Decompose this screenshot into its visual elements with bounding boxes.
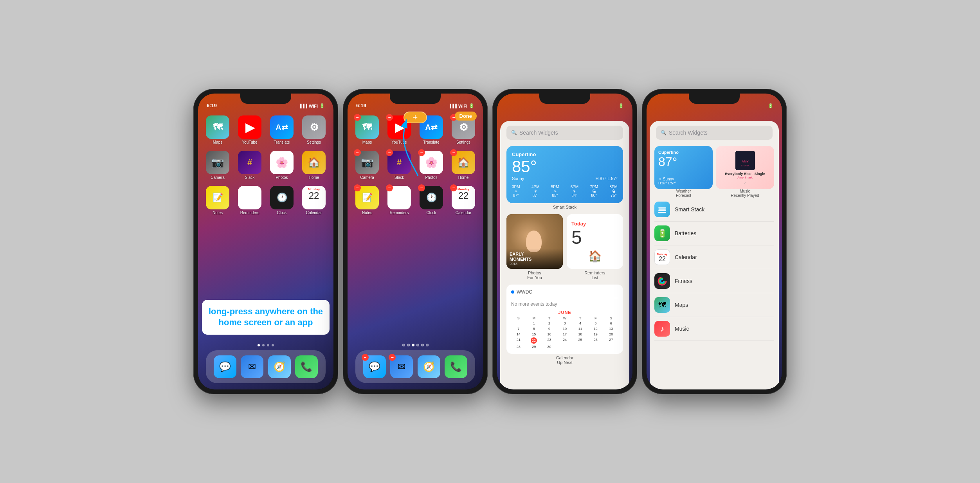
smart-stack-widget[interactable]: Cupertino 85° Sunny H:87° L:57° 3PM ☀: [506, 146, 623, 209]
app2-slack[interactable]: − # Slack: [384, 151, 414, 180]
weather-hour-4: 6PM ☀ 84°: [571, 185, 579, 198]
dock-phone[interactable]: 📞: [295, 355, 318, 378]
dock-messages[interactable]: 💬: [214, 355, 236, 378]
calendar-widget-3[interactable]: WWDC No more events today JUNE S M: [506, 285, 623, 354]
maps-icon: 🗺: [206, 115, 229, 139]
search-bar-3[interactable]: 🔍 Search Widgets: [506, 126, 623, 140]
battery-icon-4: 🔋: [768, 103, 773, 108]
music-list-icon: ♪: [654, 321, 670, 337]
app2-clock[interactable]: − 🕐 Clock: [416, 186, 446, 215]
svg-rect-8: [658, 209, 666, 211]
widget-list-4[interactable]: Smart Stack 🔋 Batteries Monday 22 Calend…: [650, 198, 779, 389]
slack-label-2: Slack: [395, 175, 404, 180]
search-icon-3: 🔍: [511, 130, 517, 135]
instruction-box: long-press anywhere on the home screen o…: [202, 300, 330, 335]
fitness-name: Fitness: [675, 278, 692, 284]
app-translate[interactable]: A⇄ Translate: [267, 115, 297, 144]
app-youtube[interactable]: ▶ YouTube: [235, 115, 265, 144]
app2-reminders[interactable]: − ☑ Reminders: [384, 186, 414, 215]
music-widget-sm[interactable]: AMY SHARK Everybody Rise - Single Amy Sh…: [716, 146, 774, 189]
app-home[interactable]: 🏠 Home: [299, 151, 329, 180]
clock-label: Clock: [277, 211, 286, 215]
minus-badge-ph[interactable]: −: [418, 149, 425, 156]
minus-badge-ca[interactable]: −: [450, 184, 457, 191]
weather-high-3: H:87° L:57°: [596, 176, 618, 181]
app2-camera[interactable]: − 📷 Camera: [352, 151, 382, 180]
battery-icon-1: 🔋: [319, 103, 325, 108]
app2-calendar[interactable]: − Monday 22 Calendar: [449, 186, 478, 215]
app-slack[interactable]: # Slack: [235, 151, 265, 180]
fitness-rings-svg: [657, 276, 668, 287]
search-placeholder-4: Search Widgets: [669, 130, 708, 136]
minus-badge-msg[interactable]: −: [362, 354, 369, 361]
plus-icon: +: [413, 112, 418, 123]
dock-safari-2[interactable]: 🧭: [418, 355, 440, 378]
instruction-text: long-press anywhere on the home screen o…: [208, 306, 323, 328]
cal-mini-3: JUNE S M T W T F S: [511, 310, 618, 349]
done-button[interactable]: Done: [455, 112, 477, 121]
photos-reminders-row: EARLYMOMENTS 2018 Photos For You: [506, 214, 623, 280]
app-clock[interactable]: 🕐 Clock: [267, 186, 297, 215]
app2-home[interactable]: − 🏠 Home: [449, 151, 478, 180]
dock-mail[interactable]: ✉: [241, 355, 263, 378]
weather-sm-high: H:87° L:57°: [658, 181, 709, 185]
minus-badge-hm[interactable]: −: [450, 149, 457, 156]
widget-panel-4: 🔍 Search Widgets Cupertino 87° ☀ Sunny H…: [650, 121, 779, 389]
plus-button[interactable]: +: [404, 112, 427, 123]
battery-icon-2: 🔋: [469, 103, 474, 108]
app-grid-2: − 🗺 Maps − ▶ YouTube −: [348, 111, 483, 215]
wh-time-4: 6PM: [571, 185, 579, 189]
status-time-1: 6:19: [207, 103, 217, 108]
widget-list-fitness[interactable]: Fitness: [654, 269, 774, 293]
notes-icon: 📝: [206, 186, 229, 209]
weather-desc-3: Sunny H:87° L:57°: [512, 176, 618, 181]
weather-hour-5: 7PM 🌤 80°: [590, 185, 598, 198]
reminders-widget-3[interactable]: Today 5 🏠: [567, 214, 623, 269]
widget-list-batteries[interactable]: 🔋 Batteries: [654, 222, 774, 245]
cal-grid-3: S M T W T F S 1 2 3: [511, 316, 618, 349]
minus-badge-sl[interactable]: −: [386, 149, 393, 156]
photos-label: Photos: [276, 175, 288, 180]
minus-badge-cam[interactable]: −: [354, 149, 361, 156]
minus-badge-re[interactable]: −: [386, 184, 393, 191]
calendar-label-2: Calendar: [456, 211, 472, 215]
dock-safari[interactable]: 🧭: [268, 355, 291, 378]
weather-widget-sm[interactable]: Cupertino 87° ☀ Sunny H:87° L:57°: [654, 146, 713, 189]
early-moments-year: 2018: [510, 262, 560, 266]
youtube-label-2: YouTube: [391, 140, 407, 144]
translate-icon: A⇄: [270, 115, 294, 139]
minus-badge-yt[interactable]: −: [386, 114, 393, 121]
widget-list-music[interactable]: ♪ Music: [654, 317, 774, 341]
dock-phone-2[interactable]: 📞: [445, 355, 467, 378]
calendar-widget-wrap: WWDC No more events today JUNE S M: [506, 285, 623, 365]
app2-photos[interactable]: − 🌸 Photos: [416, 151, 446, 180]
app2-notes[interactable]: − 📝 Notes: [352, 186, 382, 215]
photos-widget-3[interactable]: EARLYMOMENTS 2018: [506, 214, 563, 269]
dock-2: − 💬 − ✉ 🧭 📞: [355, 350, 475, 383]
widget-list-calendar[interactable]: Monday 22 Calendar: [654, 245, 774, 269]
dock-1: 💬 ✉ 🧭 📞: [206, 350, 326, 383]
app-grid-1: 🗺 Maps ▶ YouTube A⇄ Translate ⚙ Settings: [198, 111, 333, 215]
app-calendar[interactable]: Monday 22 Calendar: [299, 186, 329, 215]
app-notes[interactable]: 📝 Notes: [203, 186, 232, 215]
search-bar-4[interactable]: 🔍 Search Widgets: [656, 126, 773, 140]
app-photos[interactable]: 🌸 Photos: [267, 151, 297, 180]
cal-widget-label-3: Calendar Up Next: [506, 355, 623, 365]
minus-badge-cl[interactable]: −: [418, 184, 425, 191]
maps-list-icon: 🗺: [654, 297, 670, 313]
youtube-label: YouTube: [242, 140, 257, 144]
app-settings[interactable]: ⚙ Settings: [299, 115, 329, 144]
widget-scroll-3[interactable]: Cupertino 85° Sunny H:87° L:57° 3PM ☀: [500, 143, 629, 389]
minus-badge-maps[interactable]: −: [354, 114, 361, 121]
widget-list-smart-stack[interactable]: Smart Stack: [654, 198, 774, 222]
minus-badge-nt[interactable]: −: [354, 184, 361, 191]
app-maps[interactable]: 🗺 Maps: [203, 115, 232, 144]
wh-icon-4: ☀: [571, 189, 579, 193]
app-reminders[interactable]: ☑ Reminders: [235, 186, 265, 215]
widget-list-maps[interactable]: 🗺 Maps: [654, 293, 774, 317]
app-camera[interactable]: 📷 Camera: [203, 151, 232, 180]
batteries-name: Batteries: [675, 230, 696, 236]
app2-maps[interactable]: − 🗺 Maps: [352, 115, 382, 144]
weather-sm-condition: ☀ Sunny: [658, 177, 709, 181]
wh-icon-3: ☀: [551, 189, 559, 193]
